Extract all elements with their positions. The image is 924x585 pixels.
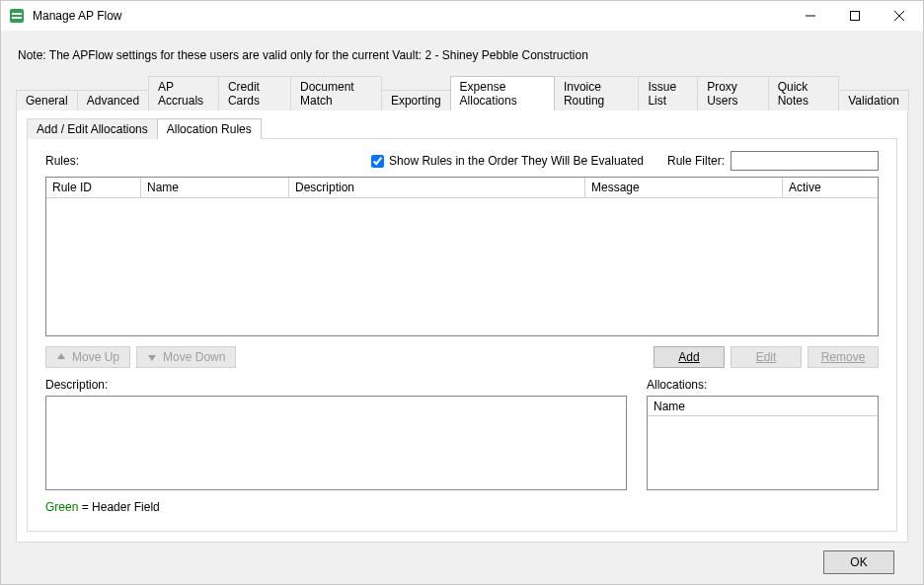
legend-rest: = Header Field [78,500,159,514]
tab-expense-allocations[interactable]: Expense Allocations [450,76,555,110]
allocations-panel: Allocations: Name [647,378,879,490]
edit-button[interactable]: Edit [731,346,802,368]
rules-grid-body[interactable] [46,198,878,335]
inner-tab-allocation-rules[interactable]: Allocation Rules [157,118,262,139]
app-icon [9,8,25,24]
description-textarea[interactable] [45,396,627,490]
allocations-col-name[interactable]: Name [648,397,878,416]
tab-general[interactable]: General [16,90,78,110]
rules-button-row: Move Up Move Down Add Edit Remove [45,346,879,368]
rules-grid[interactable]: Rule ID Name Description Message Active [45,177,879,336]
rule-filter: Rule Filter: [667,151,879,171]
svg-rect-1 [12,13,22,15]
allocations-label: Allocations: [647,378,879,392]
title-bar: Manage AP Flow [1,1,923,31]
move-up-button[interactable]: Move Up [45,346,130,368]
maximize-button[interactable] [832,2,877,30]
col-name[interactable]: Name [141,178,289,197]
description-panel: Description: [45,378,627,490]
inner-tab-body: Rules: Show Rules in the Order They Will… [27,138,897,532]
tab-credit-cards[interactable]: Credit Cards [218,76,291,110]
add-button[interactable]: Add [654,346,725,368]
description-label: Description: [45,378,627,392]
svg-rect-0 [10,9,24,23]
window-title: Manage AP Flow [33,9,788,23]
tab-document-match[interactable]: Document Match [290,76,382,110]
col-rule-id[interactable]: Rule ID [46,178,141,197]
show-order-checkbox[interactable] [371,155,384,168]
col-description[interactable]: Description [289,178,585,197]
remove-button[interactable]: Remove [808,346,879,368]
tab-invoice-routing[interactable]: Invoice Routing [554,76,639,110]
dialog-footer: OK [16,543,908,574]
outer-tab-body: Add / Edit AllocationsAllocation Rules R… [16,110,908,543]
close-button[interactable] [877,2,921,30]
legend-green: Green [45,500,78,514]
tab-ap-accruals[interactable]: AP Accruals [148,76,219,110]
tab-exporting[interactable]: Exporting [381,90,451,110]
inner-tab-add-edit-allocations[interactable]: Add / Edit Allocations [27,118,158,139]
tab-issue-list[interactable]: Issue List [638,76,698,110]
tab-quick-notes[interactable]: Quick Notes [768,76,840,110]
tab-proxy-users[interactable]: Proxy Users [697,76,769,110]
rules-label: Rules: [45,154,79,168]
arrow-up-icon [56,352,66,362]
lower-panels: Description: Allocations: Name [45,378,879,490]
tab-advanced[interactable]: Advanced [77,90,149,110]
legend: Green = Header Field [45,500,879,514]
ok-button[interactable]: OK [823,550,894,574]
allocations-grid-body[interactable] [648,416,878,489]
show-order-checkbox-wrapper[interactable]: Show Rules in the Order They Will Be Eva… [371,154,644,168]
show-order-label: Show Rules in the Order They Will Be Eva… [389,154,644,168]
minimize-button[interactable] [788,2,832,30]
tab-validation[interactable]: Validation [838,90,909,110]
window: Manage AP Flow Note: The APFlow settings… [0,0,924,585]
col-message[interactable]: Message [585,178,783,197]
content-area: Note: The APFlow settings for these user… [1,31,923,584]
inner-tabs: Add / Edit AllocationsAllocation Rules [27,118,897,139]
rule-filter-label: Rule Filter: [667,154,725,168]
window-buttons [788,2,921,30]
outer-tabs: GeneralAdvancedAP AccrualsCredit CardsDo… [16,76,908,110]
arrow-down-icon [147,352,157,362]
svg-rect-2 [12,17,22,19]
move-down-button[interactable]: Move Down [136,346,236,368]
rules-toolbar: Rules: Show Rules in the Order They Will… [45,151,879,171]
allocations-grid[interactable]: Name [647,396,879,490]
rules-grid-header: Rule ID Name Description Message Active [46,178,878,198]
note-text: Note: The APFlow settings for these user… [18,48,908,62]
rule-filter-input[interactable] [731,151,879,171]
svg-rect-4 [850,12,859,21]
col-active[interactable]: Active [783,178,878,197]
